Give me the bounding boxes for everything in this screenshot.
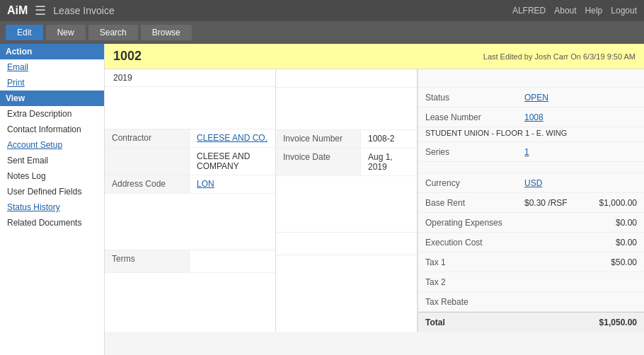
invoice-number-label: Invoice Number: [276, 130, 361, 148]
sidebar-item-user-fields[interactable]: User Defined Fields: [0, 184, 104, 199]
tax1-label: Tax 1: [418, 254, 517, 271]
tax2-value: [517, 279, 587, 286]
execution-cost-row: Execution Cost $0.00: [418, 233, 644, 252]
tax1-value: [517, 259, 587, 266]
aim-logo: AiM: [7, 4, 28, 17]
toolbar: Edit New Search Browse: [0, 21, 644, 44]
content-area: 1002 Last Edited by Josh Carr On 6/3/19 …: [105, 44, 644, 355]
sidebar-item-contact[interactable]: Contact Information: [0, 122, 104, 137]
status-row: Status OPEN: [418, 88, 644, 107]
topbar-left: AiM ☰ Lease Invoice: [7, 3, 115, 18]
new-button[interactable]: New: [46, 25, 86, 40]
browse-button[interactable]: Browse: [141, 25, 192, 40]
sidebar-item-notes-log[interactable]: Notes Log: [0, 168, 104, 184]
terms-row: Terms: [105, 250, 275, 273]
sidebar-item-print[interactable]: Print: [0, 75, 104, 91]
sidebar-item-account-setup[interactable]: Account Setup: [0, 137, 104, 153]
status-link[interactable]: OPEN: [524, 93, 548, 103]
invoice-date-value: Aug 1, 2019: [361, 149, 417, 175]
main-layout: Action Email Print View Extra Descriptio…: [0, 44, 644, 355]
sidebar: Action Email Print View Extra Descriptio…: [0, 44, 105, 355]
total-label: Total: [418, 314, 517, 331]
lease-number-link[interactable]: 1008: [524, 112, 544, 122]
series-label: Series: [418, 144, 517, 161]
invoice-date-row: Invoice Date Aug 1, 2019: [276, 149, 417, 176]
operating-expenses-row: Operating Expenses $0.00: [418, 213, 644, 233]
location-text: STUDENT UNION - FLOOR 1 - E. WING: [425, 129, 567, 137]
tax1-amount: $50.00: [587, 254, 644, 271]
tax-rebate-value: [517, 298, 587, 305]
tax-rebate-amount: [587, 298, 644, 305]
execution-cost-amount: $0.00: [587, 234, 644, 251]
location-row: STUDENT UNION - FLOOR 1 - E. WING: [418, 127, 644, 142]
sidebar-item-sent-email[interactable]: Sent Email: [0, 153, 104, 168]
search-button[interactable]: Search: [88, 25, 138, 40]
sidebar-item-related-docs[interactable]: Related Documents: [0, 215, 104, 231]
tax2-row: Tax 2: [418, 272, 644, 292]
address-code-link[interactable]: LON: [197, 179, 214, 189]
last-edited: Last Edited by Josh Carr On 6/3/19 9:50 …: [483, 52, 636, 61]
status-value: OPEN: [517, 89, 644, 106]
total-row: Total $1,050.00: [418, 312, 644, 332]
tax-rebate-row: Tax Rebate: [418, 292, 644, 312]
operating-expenses-amount: $0.00: [587, 214, 644, 231]
address-code-row: Address Code LON: [105, 175, 275, 194]
address-code-label: Address Code: [105, 175, 190, 193]
logout-link[interactable]: Logout: [611, 6, 637, 16]
base-rent-rate: $0.30 /RSF: [517, 194, 587, 211]
execution-cost-label: Execution Cost: [418, 234, 517, 251]
execution-cost-value: [517, 239, 587, 246]
about-link[interactable]: About: [554, 6, 576, 16]
contractor-name: CLEESE AND COMPANY: [190, 148, 275, 175]
view-header: View: [0, 91, 104, 106]
contractor-value: CLEESE AND CO.: [190, 129, 275, 147]
invoice-date-label: Invoice Date: [276, 149, 361, 175]
currency-value: USD: [517, 175, 644, 192]
address-code-value: LON: [190, 175, 275, 193]
tax1-row: Tax 1 $50.00: [418, 252, 644, 272]
tax2-amount: [587, 279, 644, 286]
base-rent-label: Base Rent: [418, 194, 517, 211]
currency-link[interactable]: USD: [524, 178, 542, 188]
current-user: ALFRED: [512, 6, 546, 16]
sidebar-item-email[interactable]: Email: [0, 59, 104, 75]
operating-expenses-value: [517, 219, 587, 226]
hamburger-icon[interactable]: ☰: [35, 3, 46, 18]
page-title: Lease Invoice: [53, 5, 114, 16]
invoice-number: 1002: [113, 49, 142, 64]
total-amount: $1,050.00: [517, 314, 644, 331]
contractor-link[interactable]: CLEESE AND CO.: [197, 133, 268, 143]
lease-number-value: 1008: [517, 109, 644, 126]
edit-button[interactable]: Edit: [6, 25, 43, 40]
terms-value: [190, 250, 275, 272]
series-link[interactable]: 1: [524, 147, 529, 157]
invoice-year: 2019: [113, 73, 132, 83]
contractor-name-label-empty: [105, 148, 190, 175]
series-row: Series 1: [418, 142, 644, 162]
base-rent-amount: $1,000.00: [587, 194, 644, 211]
series-value: 1: [517, 144, 644, 161]
base-rent-row: Base Rent $0.30 /RSF $1,000.00: [418, 193, 644, 213]
invoice-number-row: Invoice Number 1008-2: [276, 130, 417, 149]
sidebar-item-status-history[interactable]: Status History: [0, 199, 104, 215]
status-label: Status: [418, 89, 517, 106]
summary-panel: Status OPEN Lease Number 1008 STUDENT UN…: [418, 69, 644, 332]
contractor-row: Contractor CLEESE AND CO.: [105, 129, 275, 148]
invoice-year-row: 2019: [105, 69, 275, 87]
operating-expenses-label: Operating Expenses: [418, 214, 517, 231]
currency-row: Currency USD: [418, 173, 644, 193]
terms-label: Terms: [105, 250, 190, 272]
invoice-number-value: 1008-2: [361, 130, 417, 148]
help-link[interactable]: Help: [585, 6, 603, 16]
invoice-header: 1002 Last Edited by Josh Carr On 6/3/19 …: [105, 44, 644, 69]
contractor-label: Contractor: [105, 129, 190, 147]
topbar-right: ALFRED About Help Logout: [512, 6, 637, 16]
sidebar-item-extra-desc[interactable]: Extra Description: [0, 106, 104, 122]
contractor-name-row: CLEESE AND COMPANY: [105, 148, 275, 175]
lease-number-row: Lease Number 1008: [418, 107, 644, 127]
tax-rebate-label: Tax Rebate: [418, 293, 517, 310]
tax2-label: Tax 2: [418, 274, 517, 291]
lease-number-label: Lease Number: [418, 109, 517, 126]
currency-label: Currency: [418, 175, 517, 192]
topbar: AiM ☰ Lease Invoice ALFRED About Help Lo…: [0, 0, 644, 21]
